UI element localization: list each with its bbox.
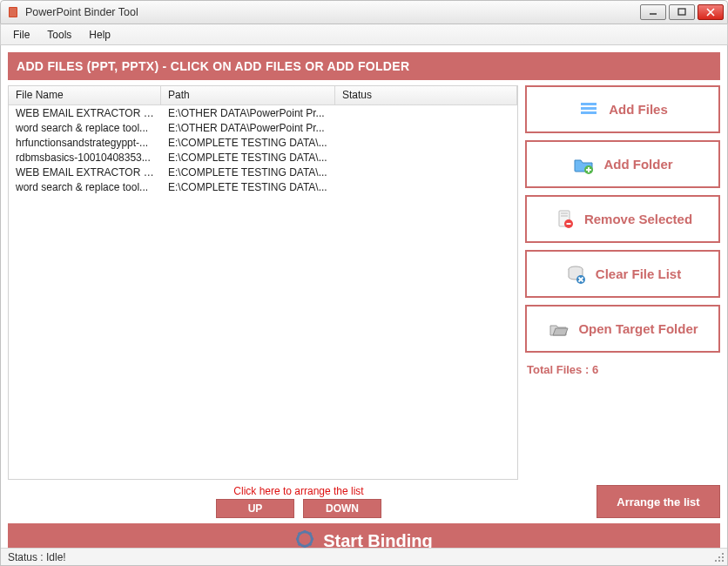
resize-grip[interactable] [713,551,725,563]
cell-status [335,142,517,144]
svg-rect-8 [581,111,597,114]
svg-rect-31 [722,553,724,555]
cell-status [335,127,517,129]
cell-path: E:\COMPLETE TESTING DATA\... [161,165,335,179]
remove-selected-label: Remove Selected [584,212,692,226]
down-button[interactable]: DOWN [303,499,381,518]
open-target-button[interactable]: Open Target Folder [525,305,720,353]
cell-status [335,112,517,114]
cell-path: E:\COMPLETE TESTING DATA\... [161,180,335,194]
maximize-button[interactable] [669,4,695,20]
svg-point-30 [302,536,308,542]
table-row[interactable]: hrfunctionsandstrategyppt-...E:\COMPLETE… [9,135,517,150]
svg-rect-35 [718,560,720,562]
close-button[interactable] [698,4,724,20]
total-files-label: Total Files : 6 [525,360,720,376]
col-header-filename[interactable]: File Name [9,86,161,104]
add-files-button[interactable]: Add Files [525,85,720,133]
table-row[interactable]: WEB EMAIL EXTRACTOR P...E:\OTHER DATA\Po… [9,105,517,120]
window-buttons [640,4,724,20]
cell-path: E:\COMPLETE TESTING DATA\... [161,136,335,150]
open-target-icon [547,318,570,340]
status-text: Status : Idle! [8,551,66,563]
open-target-label: Open Target Folder [578,321,698,336]
arrange-list-button[interactable]: Arrange the list [597,485,720,518]
table-header: File Name Path Status [9,86,517,105]
file-table: File Name Path Status WEB EMAIL EXTRACTO… [8,85,518,480]
svg-rect-6 [581,103,597,105]
menu-help[interactable]: Help [82,26,118,44]
svg-rect-33 [722,556,724,558]
cell-status [335,172,517,173]
col-header-path[interactable]: Path [161,86,335,104]
arrange-panel: Click here to arrange the list UP DOWN [8,485,590,518]
cell-filename: WEB EMAIL EXTRACTOR P... [9,165,161,179]
svg-rect-1 [10,8,17,17]
cell-path: E:\OTHER DATA\PowerPoint Pr... [161,106,335,120]
col-header-status[interactable]: Status [335,86,517,104]
remove-selected-button[interactable]: Remove Selected [525,195,720,243]
svg-line-28 [310,532,312,534]
clear-list-label: Clear File List [596,266,681,281]
cell-filename: word search & replace tool... [9,180,161,194]
add-folder-label: Add Folder [603,157,672,172]
up-button[interactable]: UP [216,499,294,518]
cell-path: E:\OTHER DATA\PowerPoint Pr... [161,121,335,135]
table-row[interactable]: rdbmsbasics-10010408353...E:\COMPLETE TE… [9,150,517,165]
menubar: File Tools Help [0,24,728,45]
cell-filename: hrfunctionsandstrategyppt-... [9,136,161,150]
middle-panel: File Name Path Status WEB EMAIL EXTRACTO… [8,85,720,480]
add-folder-button[interactable]: Add Folder [525,140,720,188]
cell-path: E:\COMPLETE TESTING DATA\... [161,151,335,165]
cell-filename: word search & replace tool... [9,121,161,135]
arrange-hint: Click here to arrange the list [233,485,363,497]
table-row[interactable]: word search & replace tool...E:\COMPLETE… [9,179,517,194]
titlebar: PowerPoint Binder Tool [0,0,728,24]
table-row[interactable]: word search & replace tool...E:\OTHER DA… [9,120,517,135]
action-panel: Add Files Add Folder [525,85,720,480]
status-bar: Status : Idle! [1,548,727,565]
svg-rect-36 [722,560,724,562]
minimize-button[interactable] [640,4,666,20]
table-body[interactable]: WEB EMAIL EXTRACTOR P...E:\OTHER DATA\Po… [9,105,517,479]
updown-buttons: UP DOWN [216,499,381,518]
bottom-controls: Click here to arrange the list UP DOWN A… [8,485,720,518]
cell-filename: rdbmsbasics-10010408353... [9,151,161,165]
add-files-icon [577,98,600,121]
svg-line-27 [310,543,312,545]
clear-list-button[interactable]: Clear File List [525,250,720,298]
remove-selected-icon [553,208,576,231]
table-row[interactable]: WEB EMAIL EXTRACTOR P...E:\COMPLETE TEST… [9,165,517,179]
instruction-banner: ADD FILES (PPT, PPTX) - CLICK ON ADD FIL… [8,52,720,80]
svg-line-29 [299,543,300,545]
menu-file[interactable]: File [6,26,37,44]
cell-status [335,157,517,158]
window-title: PowerPoint Binder Tool [25,6,635,18]
client-area: ADD FILES (PPT, PPTX) - CLICK ON ADD FIL… [0,45,728,566]
clear-list-icon [564,263,587,286]
svg-rect-7 [581,107,597,110]
cell-filename: WEB EMAIL EXTRACTOR P... [9,106,161,120]
menu-tools[interactable]: Tools [40,26,78,44]
svg-rect-34 [715,560,717,562]
svg-rect-3 [678,9,685,15]
add-folder-icon [572,153,595,176]
svg-rect-32 [718,556,720,558]
add-files-label: Add Files [609,102,668,117]
cell-status [335,186,517,188]
app-icon [6,5,20,19]
svg-line-26 [299,532,300,534]
